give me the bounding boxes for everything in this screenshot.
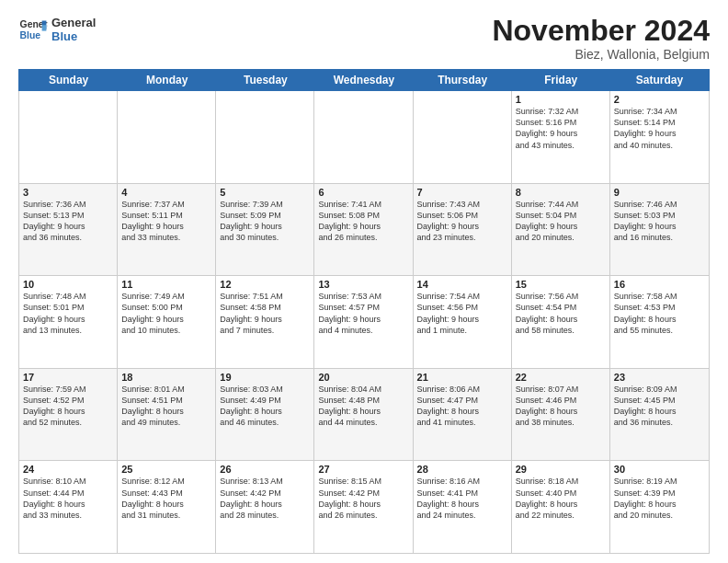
svg-text:Blue: Blue [20, 30, 41, 40]
day-info: Sunrise: 8:12 AM Sunset: 4:43 PM Dayligh… [121, 476, 211, 521]
cal-cell-r4-c3: 27Sunrise: 8:15 AM Sunset: 4:42 PM Dayli… [314, 461, 413, 553]
cal-cell-r4-c6: 30Sunrise: 8:19 AM Sunset: 4:39 PM Dayli… [610, 461, 709, 553]
cal-cell-r4-c4: 28Sunrise: 8:16 AM Sunset: 4:41 PM Dayli… [414, 461, 512, 553]
cal-row-4: 24Sunrise: 8:10 AM Sunset: 4:44 PM Dayli… [19, 461, 709, 553]
day-number: 17 [23, 372, 113, 383]
day-info: Sunrise: 8:19 AM Sunset: 4:39 PM Dayligh… [614, 476, 705, 521]
logo-icon: General Blue [18, 15, 48, 44]
day-info: Sunrise: 7:39 AM Sunset: 5:09 PM Dayligh… [220, 199, 310, 244]
cal-cell-r1-c4: 7Sunrise: 7:43 AM Sunset: 5:06 PM Daylig… [414, 184, 512, 276]
cal-cell-r3-c0: 17Sunrise: 7:59 AM Sunset: 4:52 PM Dayli… [19, 369, 118, 461]
day-info: Sunrise: 7:53 AM Sunset: 4:57 PM Dayligh… [318, 291, 408, 336]
day-info: Sunrise: 8:03 AM Sunset: 4:49 PM Dayligh… [220, 384, 310, 429]
day-info: Sunrise: 8:07 AM Sunset: 4:46 PM Dayligh… [516, 384, 606, 429]
cal-cell-r3-c1: 18Sunrise: 8:01 AM Sunset: 4:51 PM Dayli… [118, 369, 216, 461]
cal-cell-r2-c2: 12Sunrise: 7:51 AM Sunset: 4:58 PM Dayli… [216, 276, 314, 368]
day-info: Sunrise: 7:51 AM Sunset: 4:58 PM Dayligh… [220, 291, 310, 336]
day-number: 20 [318, 372, 408, 383]
cal-cell-r2-c4: 14Sunrise: 7:54 AM Sunset: 4:56 PM Dayli… [414, 276, 512, 368]
day-info: Sunrise: 7:41 AM Sunset: 5:08 PM Dayligh… [318, 199, 408, 244]
cal-cell-r0-c3 [314, 91, 413, 183]
day-info: Sunrise: 7:36 AM Sunset: 5:13 PM Dayligh… [23, 199, 113, 244]
svg-marker-3 [42, 25, 47, 30]
day-info: Sunrise: 7:54 AM Sunset: 4:56 PM Dayligh… [417, 291, 507, 336]
day-number: 27 [318, 464, 408, 475]
day-info: Sunrise: 7:59 AM Sunset: 4:52 PM Dayligh… [23, 384, 113, 429]
day-info: Sunrise: 8:04 AM Sunset: 4:48 PM Dayligh… [318, 384, 408, 429]
day-info: Sunrise: 8:06 AM Sunset: 4:47 PM Dayligh… [417, 384, 507, 429]
header-tuesday: Tuesday [216, 70, 314, 90]
cal-cell-r3-c4: 21Sunrise: 8:06 AM Sunset: 4:47 PM Dayli… [414, 369, 512, 461]
header-sunday: Sunday [19, 70, 118, 90]
cal-cell-r1-c1: 4Sunrise: 7:37 AM Sunset: 5:11 PM Daylig… [118, 184, 216, 276]
calendar: Sunday Monday Tuesday Wednesday Thursday… [18, 69, 710, 554]
day-number: 29 [516, 464, 606, 475]
cal-cell-r3-c6: 23Sunrise: 8:09 AM Sunset: 4:45 PM Dayli… [610, 369, 709, 461]
cal-cell-r1-c5: 8Sunrise: 7:44 AM Sunset: 5:04 PM Daylig… [512, 184, 610, 276]
header-monday: Monday [118, 70, 216, 90]
day-info: Sunrise: 7:44 AM Sunset: 5:04 PM Dayligh… [516, 199, 606, 244]
day-info: Sunrise: 8:15 AM Sunset: 4:42 PM Dayligh… [318, 476, 408, 521]
cal-cell-r4-c0: 24Sunrise: 8:10 AM Sunset: 4:44 PM Dayli… [19, 461, 118, 553]
day-number: 25 [121, 464, 211, 475]
day-info: Sunrise: 7:48 AM Sunset: 5:01 PM Dayligh… [23, 291, 113, 336]
day-info: Sunrise: 7:58 AM Sunset: 4:53 PM Dayligh… [614, 291, 705, 336]
title-block: November 2024 Biez, Wallonia, Belgium [492, 15, 710, 62]
day-info: Sunrise: 8:16 AM Sunset: 4:41 PM Dayligh… [417, 476, 507, 521]
page: General Blue General Blue November 2024 … [0, 0, 728, 563]
day-number: 2 [614, 94, 705, 105]
cal-row-1: 3Sunrise: 7:36 AM Sunset: 5:13 PM Daylig… [19, 184, 709, 277]
day-number: 3 [23, 187, 113, 198]
cal-row-2: 10Sunrise: 7:48 AM Sunset: 5:01 PM Dayli… [19, 276, 709, 369]
day-number: 18 [121, 372, 211, 383]
day-info: Sunrise: 8:18 AM Sunset: 4:40 PM Dayligh… [516, 476, 606, 521]
cal-cell-r2-c1: 11Sunrise: 7:49 AM Sunset: 5:00 PM Dayli… [118, 276, 216, 368]
subtitle: Biez, Wallonia, Belgium [492, 47, 710, 62]
header-wednesday: Wednesday [314, 70, 413, 90]
cal-cell-r0-c6: 2Sunrise: 7:34 AM Sunset: 5:14 PM Daylig… [610, 91, 709, 183]
day-number: 30 [614, 464, 705, 475]
cal-cell-r1-c2: 5Sunrise: 7:39 AM Sunset: 5:09 PM Daylig… [216, 184, 314, 276]
day-number: 19 [220, 372, 310, 383]
header-thursday: Thursday [414, 70, 512, 90]
main-title: November 2024 [492, 15, 710, 47]
day-number: 21 [417, 372, 507, 383]
day-info: Sunrise: 7:56 AM Sunset: 4:54 PM Dayligh… [516, 291, 606, 336]
day-number: 24 [23, 464, 113, 475]
day-info: Sunrise: 8:10 AM Sunset: 4:44 PM Dayligh… [23, 476, 113, 521]
day-number: 5 [220, 187, 310, 198]
cal-cell-r2-c6: 16Sunrise: 7:58 AM Sunset: 4:53 PM Dayli… [610, 276, 709, 368]
cal-cell-r2-c0: 10Sunrise: 7:48 AM Sunset: 5:01 PM Dayli… [19, 276, 118, 368]
day-info: Sunrise: 7:34 AM Sunset: 5:14 PM Dayligh… [614, 106, 705, 151]
cal-cell-r0-c0 [19, 91, 118, 183]
calendar-header: Sunday Monday Tuesday Wednesday Thursday… [18, 69, 710, 91]
cal-cell-r4-c1: 25Sunrise: 8:12 AM Sunset: 4:43 PM Dayli… [118, 461, 216, 553]
day-info: Sunrise: 7:37 AM Sunset: 5:11 PM Dayligh… [121, 199, 211, 244]
cal-cell-r1-c6: 9Sunrise: 7:46 AM Sunset: 5:03 PM Daylig… [610, 184, 709, 276]
day-number: 11 [121, 279, 211, 290]
day-number: 8 [516, 187, 606, 198]
day-number: 9 [614, 187, 705, 198]
logo: General Blue General Blue [18, 15, 96, 44]
day-number: 6 [318, 187, 408, 198]
header-friday: Friday [512, 70, 610, 90]
cal-cell-r0-c2 [216, 91, 314, 183]
cal-cell-r1-c3: 6Sunrise: 7:41 AM Sunset: 5:08 PM Daylig… [314, 184, 413, 276]
day-number: 26 [220, 464, 310, 475]
cal-cell-r2-c3: 13Sunrise: 7:53 AM Sunset: 4:57 PM Dayli… [314, 276, 413, 368]
cal-cell-r3-c3: 20Sunrise: 8:04 AM Sunset: 4:48 PM Dayli… [314, 369, 413, 461]
day-info: Sunrise: 7:43 AM Sunset: 5:06 PM Dayligh… [417, 199, 507, 244]
day-number: 4 [121, 187, 211, 198]
header-saturday: Saturday [610, 70, 709, 90]
day-info: Sunrise: 7:49 AM Sunset: 5:00 PM Dayligh… [121, 291, 211, 336]
cal-cell-r0-c5: 1Sunrise: 7:32 AM Sunset: 5:16 PM Daylig… [512, 91, 610, 183]
day-number: 28 [417, 464, 507, 475]
cal-cell-r0-c4 [414, 91, 512, 183]
day-number: 14 [417, 279, 507, 290]
logo-text: General Blue [51, 16, 96, 43]
day-number: 22 [516, 372, 606, 383]
day-info: Sunrise: 7:46 AM Sunset: 5:03 PM Dayligh… [614, 199, 705, 244]
day-info: Sunrise: 8:09 AM Sunset: 4:45 PM Dayligh… [614, 384, 705, 429]
day-info: Sunrise: 8:01 AM Sunset: 4:51 PM Dayligh… [121, 384, 211, 429]
day-number: 7 [417, 187, 507, 198]
